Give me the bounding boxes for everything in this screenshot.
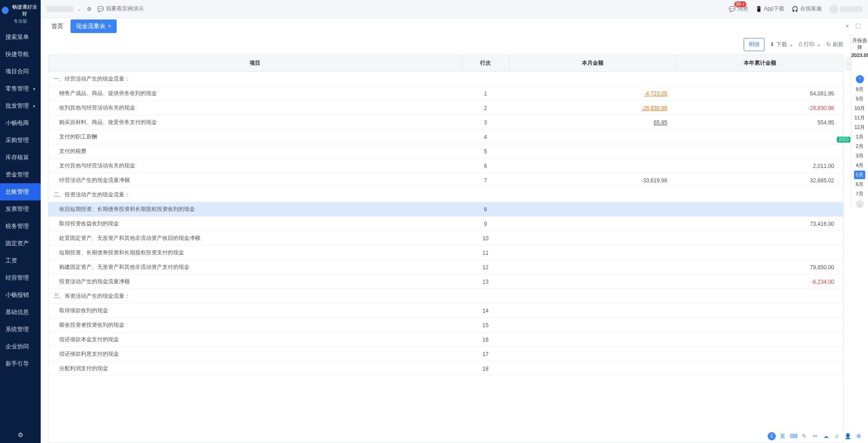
cell-month-amount <box>509 362 676 376</box>
content-area: 明细 ⬇ 下载 ⌄ ⎙ 打印 ⌄ ↻ 刷新 <box>41 34 868 443</box>
table-row[interactable]: 偿还借款利息支付的现金17 <box>48 347 843 362</box>
month-item[interactable]: 10月 <box>853 104 867 113</box>
cell-ytd-amount: 32,685.02 <box>676 173 843 188</box>
ime-cloud-icon[interactable]: ☁ <box>822 432 830 440</box>
table-row[interactable]: 购建固定资产、无形资产和其他非流动资产支付的现金1279,650.00 <box>48 260 843 275</box>
logo-icon <box>2 7 9 14</box>
org-selector[interactable]: ⌄ <box>46 6 81 12</box>
table-row[interactable]: 偿还借款本金支付的现金16 <box>48 333 843 347</box>
table-row[interactable]: 一、经营活动产生的现金流量： <box>48 72 843 86</box>
side-menu: 搜索菜单快捷导航项目合同零售管理▾批发管理▾小畅电商采购管理库存核算资金管理总账… <box>0 29 41 427</box>
ime-lang-icon[interactable]: 英 <box>778 432 787 440</box>
app-download-link[interactable]: 📱 App下载 <box>755 5 784 13</box>
ime-scissors-icon[interactable]: ✂ <box>811 432 819 440</box>
cell-month-amount <box>509 202 676 217</box>
table-row[interactable]: 三、筹资活动产生的现金流量： <box>48 289 843 304</box>
cell-rownum: 3 <box>462 115 509 130</box>
ime-wang-icon[interactable]: 王 <box>768 432 776 440</box>
sidebar-item-label: 库存核算 <box>5 153 29 162</box>
cell-ytd-amount <box>676 362 843 376</box>
ime-keyboard-icon[interactable]: ⌨ <box>789 432 797 440</box>
ime-edit-icon[interactable]: ✎ <box>800 432 808 440</box>
sidebar-item-10[interactable]: 发票管理 <box>0 200 41 218</box>
download-button[interactable]: ⬇ 下载 ⌄ <box>770 41 793 48</box>
table-row[interactable]: 取得借款收到的现金14 <box>48 304 843 318</box>
table-row[interactable]: 收回短期投资、长期债券投资和长期股权投资收到的现金8 <box>48 202 843 217</box>
table-row[interactable]: 支付其他与经营活动有关的现金62,011.00 <box>48 159 843 173</box>
headset-icon: 🎧 <box>792 6 798 12</box>
month-item[interactable]: 6月 <box>854 180 865 189</box>
sidebar-item-1[interactable]: 快捷导航 <box>0 46 41 63</box>
sidebar-item-label: 搜索菜单 <box>5 33 29 41</box>
print-button[interactable]: ⎙ 打印 ⌄ <box>799 41 821 48</box>
settings-gear-icon[interactable]: ⚙ <box>18 431 24 438</box>
month-scroll-down[interactable]: ⌄ <box>856 200 864 208</box>
table-row[interactable]: 短期投资、长期债券投资和长期股权投资支付的现金11 <box>48 246 843 260</box>
table-row[interactable]: 经营活动产生的现金流量净额7-33,619.9832,685.02 <box>48 173 843 188</box>
sidebar-item-0[interactable]: 搜索菜单 <box>0 29 41 46</box>
month-item[interactable]: 9月 <box>854 95 865 103</box>
sidebar-item-7[interactable]: 库存核算 <box>0 149 41 166</box>
sidebar-item-6[interactable]: 采购管理 <box>0 132 41 149</box>
ime-face-icon[interactable]: ☺ <box>833 432 841 440</box>
table-row[interactable]: 购买原材料、商品、接受劳务支付的现金365.95554.95 <box>48 115 843 130</box>
sidebar-item-12[interactable]: 固定资产 <box>0 235 41 252</box>
close-all-tabs-button[interactable]: × <box>843 22 852 31</box>
month-item[interactable]: 5月 <box>854 171 865 179</box>
chevron-down-icon: ▾ <box>33 104 35 109</box>
sidebar-item-17[interactable]: 系统管理 <box>0 321 41 338</box>
refresh-button[interactable]: ↻ 刷新 <box>826 41 844 48</box>
tab-home[interactable]: 首页 <box>46 19 69 33</box>
cell-ytd-amount: 64,081.95 <box>676 86 843 101</box>
sidebar-item-5[interactable]: 小畅电商 <box>0 114 41 132</box>
sidebar-item-9[interactable]: 总账管理 <box>0 183 41 200</box>
tab-cashflow[interactable]: 现金流量表 × <box>71 19 117 33</box>
tab-close-icon[interactable]: × <box>108 23 111 29</box>
gear-icon[interactable]: ⚙ <box>87 6 92 12</box>
sidebar-item-16[interactable]: 基础信息 <box>0 304 41 321</box>
month-item[interactable]: 12月 <box>853 123 867 132</box>
cell-month-amount[interactable]: -4,723.05 <box>509 86 676 101</box>
sidebar-item-2[interactable]: 项目合同 <box>0 63 41 80</box>
table-row[interactable]: 收到其他与经营活动有关的现金2-28,830.98-28,830.98 <box>48 101 843 115</box>
month-item[interactable]: 7月 <box>854 190 865 198</box>
sidebar-item-19[interactable]: 新手引导 <box>0 355 41 372</box>
sidebar-item-11[interactable]: 税务管理 <box>0 218 41 235</box>
month-scroll-up[interactable]: ⌃ <box>856 75 864 83</box>
table-row[interactable]: 二、投资活动产生的现金流量： <box>48 188 843 202</box>
cell-ytd-amount <box>676 318 843 333</box>
sidebar-item-3[interactable]: 零售管理▾ <box>0 80 41 97</box>
table-row[interactable]: 销售产成品、商品、提供劳务收到的现金1-4,723.0564,081.95 <box>48 86 843 101</box>
sidebar-item-14[interactable]: 经营管理 <box>0 269 41 286</box>
panel-expand-handle[interactable]: › <box>845 57 851 71</box>
user-menu[interactable] <box>829 5 863 14</box>
cell-month-amount[interactable]: -28,830.98 <box>509 101 676 115</box>
sidebar-item-8[interactable]: 资金管理 <box>0 166 41 183</box>
sidebar-item-4[interactable]: 批发管理▾ <box>0 97 41 114</box>
month-item[interactable]: 8月 <box>854 85 865 94</box>
table-row[interactable]: 处置固定资产、无形资产和其他非流动资产收回的现金净额10 <box>48 231 843 246</box>
month-item[interactable]: 2月 <box>854 142 865 151</box>
month-item[interactable]: 11月 <box>853 114 867 122</box>
table-row[interactable]: 支付的职工薪酬4 <box>48 130 843 144</box>
month-item[interactable]: 4月 <box>854 161 865 170</box>
month-item[interactable]: 1月 <box>854 133 865 141</box>
demo-link[interactable]: 💬 我要看实例演示 <box>97 5 144 13</box>
ime-settings-icon[interactable]: ⚙ <box>854 432 863 440</box>
support-link[interactable]: 🎧 在线客服 <box>792 5 822 13</box>
sidebar-item-15[interactable]: 小畅报销 <box>0 286 41 304</box>
messages-button[interactable]: 💬 消息 99 + <box>729 5 748 13</box>
month-item[interactable]: 3月 <box>854 152 865 160</box>
cell-month-amount[interactable]: 65.95 <box>509 115 676 130</box>
cell-item: 偿还借款本金支付的现金 <box>48 333 462 347</box>
table-row[interactable]: 支付的税费5 <box>48 144 843 159</box>
sidebar-item-18[interactable]: 企业协同 <box>0 338 41 355</box>
sidebar-item-13[interactable]: 工资 <box>0 252 41 269</box>
ime-person-icon[interactable]: 👤 <box>844 432 852 440</box>
detail-button[interactable]: 明细 <box>744 38 764 51</box>
table-row[interactable]: 取得投资收益收到的现金973,416.00 <box>48 217 843 231</box>
table-row[interactable]: 投资活动产生的现金流量净额13-6,234.00 <box>48 275 843 289</box>
fullscreen-button[interactable]: ⛶ <box>854 22 863 31</box>
table-row[interactable]: 吸收投资者投资收到的现金15 <box>48 318 843 333</box>
table-row[interactable]: 分配利润支付的现金18 <box>48 362 843 376</box>
